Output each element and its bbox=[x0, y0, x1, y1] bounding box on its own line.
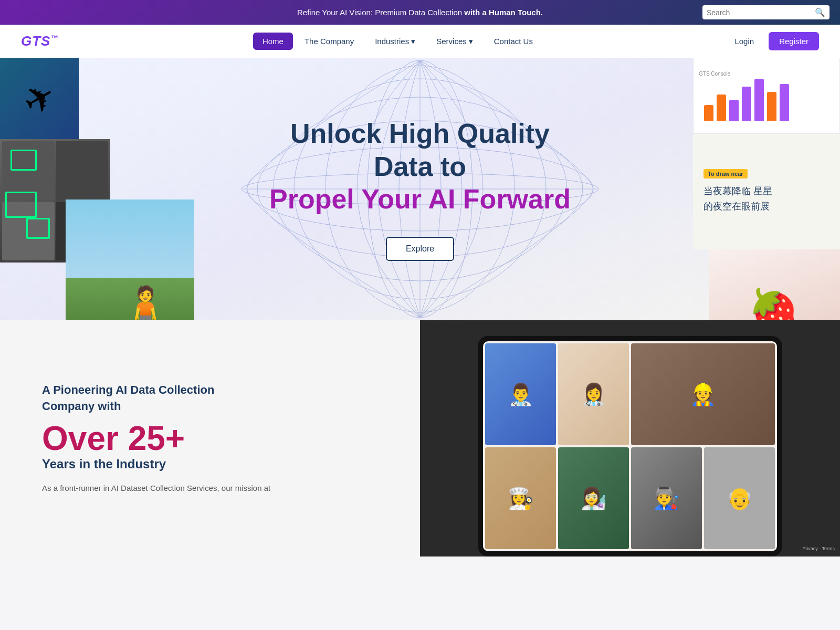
tablet-cell-7: 👴 bbox=[704, 447, 775, 549]
strawberries-image: 🍓 ✉ bbox=[709, 249, 840, 320]
nav-auth: Login Register bbox=[726, 32, 819, 50]
tablet-cell-2: 👩‍⚕️ bbox=[558, 343, 629, 445]
tablet-mockup: 👨‍⚕️ 👩‍⚕️ 👷 👩‍🍳 👩‍🔬 👨‍🏭 bbox=[478, 336, 782, 556]
strawberry-icon: 🍓 bbox=[748, 287, 801, 321]
text-card-badge: To draw near bbox=[704, 169, 748, 178]
person-image: 🧍 🐕 bbox=[66, 200, 194, 320]
search-icon: 🔍 bbox=[815, 8, 825, 17]
nav-contact[interactable]: Contact Us bbox=[485, 33, 542, 50]
search-button[interactable]: 🔍 bbox=[815, 7, 825, 17]
hero-section: ✈ 🚌 🧍 🐕 Unlo bbox=[0, 58, 840, 320]
privacy-notice: Privacy - Terms bbox=[802, 546, 835, 551]
about-section: A Pioneering AI Data CollectionCompany w… bbox=[0, 320, 840, 556]
nav-industries[interactable]: Industries ▾ bbox=[365, 33, 425, 50]
nav-links: Home The Company Industries ▾ Services ▾… bbox=[85, 33, 710, 50]
about-left: A Pioneering AI Data CollectionCompany w… bbox=[0, 320, 420, 556]
text-card: To draw near 当夜幕降临 星星 的夜空在眼前展 bbox=[693, 134, 840, 249]
mini-chart bbox=[699, 79, 834, 121]
hero-title: Unlock High Quality Data to Propel Your … bbox=[257, 117, 583, 215]
hero-left-images: ✈ 🚌 🧍 🐕 bbox=[0, 58, 200, 320]
nav-home[interactable]: Home bbox=[253, 33, 293, 50]
nav-services[interactable]: Services ▾ bbox=[427, 33, 482, 50]
tablet-cell-6: 👨‍🏭 bbox=[631, 447, 702, 549]
tablet-cell-3: 👷 bbox=[631, 343, 775, 445]
banner-text: Refine Your AI Vision: Premium Data Coll… bbox=[284, 8, 556, 17]
about-description: As a front-runner in AI Dataset Collecti… bbox=[42, 482, 388, 495]
logo[interactable]: GTS™ bbox=[21, 33, 58, 49]
person-icon: 🧍 bbox=[118, 284, 173, 320]
search-input[interactable] bbox=[707, 8, 812, 17]
explore-button[interactable]: Explore bbox=[386, 237, 454, 261]
tablet-cell-5: 👩‍🔬 bbox=[558, 447, 629, 549]
chevron-down-icon: ▾ bbox=[411, 37, 415, 46]
chart-card: GTS Console bbox=[693, 58, 840, 134]
about-right: 👨‍⚕️ 👩‍⚕️ 👷 👩‍🍳 👩‍🔬 👨‍🏭 bbox=[420, 320, 840, 556]
banner-plain-text: Refine Your AI Vision: Premium Data Coll… bbox=[297, 8, 464, 17]
hero-content: Unlock High Quality Data to Propel Your … bbox=[236, 96, 604, 281]
chart-label: GTS Console bbox=[699, 71, 834, 77]
chevron-down-icon: ▾ bbox=[469, 37, 473, 46]
banner-bold-text: with a Human Touch. bbox=[464, 8, 543, 17]
tablet-cell-1: 👨‍⚕️ bbox=[485, 343, 556, 445]
about-years-label: Years in the Industry bbox=[42, 457, 388, 471]
search-box[interactable]: 🔍 bbox=[702, 5, 830, 19]
tablet-cell-4: 👩‍🍳 bbox=[485, 447, 556, 549]
top-banner: Refine Your AI Vision: Premium Data Coll… bbox=[0, 0, 840, 25]
nav-company[interactable]: The Company bbox=[295, 33, 363, 50]
navbar: GTS™ Home The Company Industries ▾ Servi… bbox=[0, 25, 840, 58]
hero-right-images: GTS Console To draw near 当夜幕降临 星星 的夜空在眼前… bbox=[682, 58, 840, 320]
airplane-icon: ✈ bbox=[15, 72, 64, 125]
text-card-chinese: 当夜幕降临 星星 的夜空在眼前展 bbox=[704, 184, 772, 214]
register-button[interactable]: Register bbox=[769, 32, 819, 50]
tablet-screen: 👨‍⚕️ 👩‍⚕️ 👷 👩‍🍳 👩‍🔬 👨‍🏭 bbox=[483, 341, 777, 551]
about-subtitle: A Pioneering AI Data CollectionCompany w… bbox=[42, 382, 388, 415]
login-button[interactable]: Login bbox=[726, 33, 762, 50]
about-number: Over 25+ bbox=[42, 420, 388, 457]
airplane-image: ✈ bbox=[0, 58, 79, 139]
